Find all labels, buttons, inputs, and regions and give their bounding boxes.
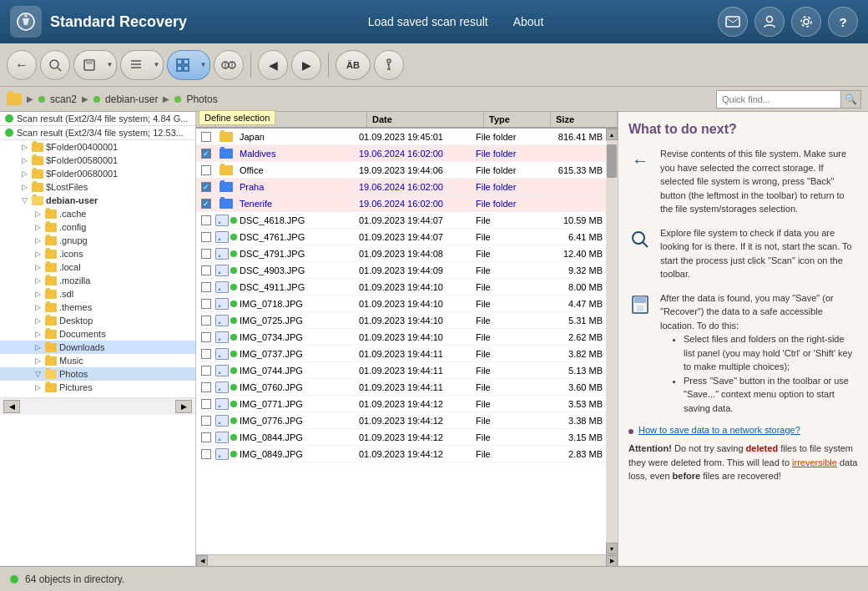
vscroll-up[interactable]: ▲ [606,129,618,140]
file-row-img0734[interactable]: IMG_0734.JPG 01.09.2023 19:44:10 File 2.… [196,329,606,346]
list-button[interactable] [120,50,150,80]
checkbox-japan[interactable] [201,132,211,142]
list-dropdown-arrow[interactable]: ▼ [150,50,164,80]
file-row-maldives[interactable]: ✓ Maldives 19.06.2024 16:02:00 File fold… [196,145,606,162]
vscroll-down[interactable]: ▼ [606,543,618,554]
tree-item-gnupg[interactable]: ▷ .gnupg [0,234,195,247]
checkbox[interactable] [201,282,211,292]
settings-icon-btn[interactable] [791,7,821,37]
checkbox[interactable] [201,399,211,409]
file-row-praha[interactable]: ✓ Praha 19.06.2024 16:02:00 File folder [196,179,606,195]
hscroll-left[interactable]: ◀ [196,555,208,567]
file-row-img0849[interactable]: IMG_0849.JPG 01.09.2023 19:44:12 File 2.… [196,446,606,462]
tree-item-desktop[interactable]: ▷ Desktop [0,314,195,327]
checkbox-praha[interactable]: ✓ [201,182,211,192]
file-row-japan[interactable]: Japan 01.09.2023 19:45:01 File folder 81… [196,129,606,145]
checkbox-maldives[interactable]: ✓ [201,149,211,159]
file-row-dsc4911[interactable]: DSC_4911.JPG 01.09.2023 19:44:10 File 8.… [196,279,606,296]
checkbox-dsc4618[interactable] [201,215,211,225]
checkbox-tenerife[interactable]: ✓ [201,199,211,209]
tree-item-debian-user[interactable]: ▽ debian-user [0,194,195,207]
file-row-img0718[interactable]: IMG_0718.JPG 01.09.2023 19:44:10 File 4.… [196,296,606,312]
tree-item-folder00400001[interactable]: ▷ $Folder00400001 [0,140,195,154]
hscroll-right[interactable]: ▶ [606,555,618,567]
file-row-img0744[interactable]: IMG_0744.JPG 01.09.2023 19:44:11 File 5.… [196,362,606,379]
tree-item-icons[interactable]: ▷ .icons [0,247,195,260]
checkbox[interactable] [201,416,211,426]
next-button[interactable]: ▶ [291,50,321,80]
load-scan-link[interactable]: Load saved scan result [368,15,488,28]
font-button[interactable]: ÄB [336,50,371,80]
file-list-vscrollbar: ▲ ▼ [606,129,618,554]
vscroll-thumb[interactable] [607,144,617,178]
scan-result-text-1: Scan result (Ext2/3/4 file system; 4.84 … [17,114,188,124]
message-icon-btn[interactable] [718,7,748,37]
view-button[interactable] [167,50,197,80]
tree-item-config[interactable]: ▷ .config [0,220,195,234]
scan-result-2[interactable]: Scan result (Ext2/3/4 file system; 12.53… [0,126,195,140]
checkbox[interactable] [201,249,211,259]
quick-find-button[interactable]: 🔍 [841,90,861,109]
about-link[interactable]: About [513,15,544,28]
file-row-img0760[interactable]: IMG_0760.JPG 01.09.2023 19:44:11 File 3.… [196,379,606,396]
tree-item-sdl[interactable]: ▷ .sdl [0,287,195,301]
prev-button[interactable]: ◀ [258,50,288,80]
user-icon-btn[interactable] [754,7,785,37]
checkbox[interactable] [201,299,211,309]
vscroll-track[interactable] [606,140,618,543]
file-row-office[interactable]: Office 19.09.2023 19:44:06 File folder 6… [196,162,606,179]
file-row-img0737[interactable]: IMG_0737.JPG 01.09.2023 19:44:11 File 3.… [196,346,606,362]
header-date[interactable]: Date [367,112,484,127]
checkbox[interactable] [201,332,211,342]
network-storage-link[interactable]: How to save data to a network storage? [638,425,800,435]
save-button[interactable] [73,50,103,80]
file-row-dsc4903[interactable]: DSC_4903.JPG 01.09.2023 19:44:09 File 9.… [196,262,606,279]
tree-item-music[interactable]: ▷ Music [0,354,195,367]
tree-item-local[interactable]: ▷ .local [0,260,195,274]
tree-item-folder00680001[interactable]: ▷ $Folder00680001 [0,167,195,180]
file-row-tenerife[interactable]: ✓ Tenerife 19.06.2024 16:02:00 File fold… [196,195,606,212]
tree-item-pictures[interactable]: ▷ Pictures [0,381,195,394]
breadcrumb-item-2[interactable]: debian-user [105,93,158,105]
tree-item-lostfiles[interactable]: ▷ $LostFiles [0,180,195,194]
tree-item-mozilla[interactable]: ▷ .mozilla [0,274,195,287]
checkbox[interactable] [201,232,211,242]
header-size[interactable]: Size [551,112,618,127]
file-row-img0776[interactable]: IMG_0776.JPG 01.09.2023 19:44:12 File 3.… [196,412,606,429]
file-row-dsc4791[interactable]: DSC_4791.JPG 01.09.2023 19:44:08 File 12… [196,245,606,262]
find-button[interactable] [214,50,244,80]
tree-item-photos[interactable]: ▽ Photos [0,367,195,381]
save-dropdown-arrow[interactable]: ▼ [103,50,117,80]
tree-item-themes[interactable]: ▷ .themes [0,301,195,314]
breadcrumb-item-3[interactable]: Photos [186,93,217,105]
tree-item-folder00580001[interactable]: ▷ $Folder00580001 [0,154,195,167]
checkbox[interactable] [201,382,211,392]
scan-button[interactable] [40,50,70,80]
file-row-img0725[interactable]: IMG_0725.JPG 01.09.2023 19:44:10 File 5.… [196,312,606,329]
info-button[interactable] [374,50,404,80]
quick-find-input[interactable] [716,90,841,109]
checkbox[interactable] [201,432,211,442]
back-button[interactable]: ← [7,50,37,80]
checkbox-office[interactable] [201,165,211,175]
tree-scroll-right[interactable]: ▶ [175,400,192,413]
scan-result-1[interactable]: Scan result (Ext2/3/4 file system; 4.84 … [0,112,195,126]
tree-item-downloads[interactable]: ▷ Downloads [0,341,195,354]
file-row-img0771[interactable]: IMG_0771.JPG 01.09.2023 19:44:12 File 3.… [196,396,606,412]
help-icon-btn[interactable]: ? [828,7,858,37]
view-dropdown-arrow[interactable]: ▼ [197,50,210,80]
checkbox[interactable] [201,366,211,376]
hscroll-track[interactable] [208,555,606,567]
checkbox[interactable] [201,349,211,359]
file-row-dsc4618[interactable]: DSC_4618.JPG 01.09.2023 19:44:07 File 10… [196,212,606,229]
checkbox[interactable] [201,265,211,275]
file-row-img0844[interactable]: IMG_0844.JPG 01.09.2023 19:44:12 File 3.… [196,429,606,446]
file-row-dsc4761[interactable]: DSC_4761.JPG 01.09.2023 19:44:07 File 6.… [196,229,606,245]
tree-item-documents[interactable]: ▷ Documents [0,327,195,341]
tree-scroll-left[interactable]: ◀ [3,400,20,413]
header-type[interactable]: Type [484,112,551,127]
tree-item-cache[interactable]: ▷ .cache [0,207,195,220]
checkbox[interactable] [201,449,211,459]
checkbox[interactable] [201,316,211,326]
breadcrumb-item-1[interactable]: scan2 [50,93,77,105]
